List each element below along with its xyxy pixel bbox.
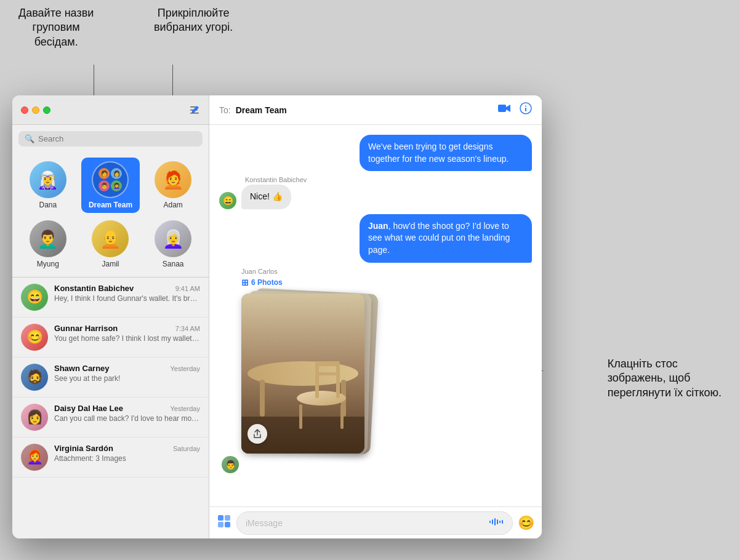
input-bar: iMessage 😊 (209, 506, 542, 538)
svg-rect-22 (225, 522, 230, 527)
svg-rect-21 (218, 522, 223, 527)
svg-rect-28 (502, 520, 503, 524)
pinned-item-adam[interactable]: 🧑‍🦰 Adam (143, 158, 203, 213)
conv-content-gunnar: Gunnar Harrison 7:34 AM You get home saf… (54, 324, 200, 344)
pinned-item-dana[interactable]: 🧝‍♀️ Dana (18, 158, 78, 213)
search-icon: 🔍 (25, 134, 34, 143)
photo-stack[interactable] (241, 291, 377, 463)
pinned-item-myung[interactable]: 👨‍🦱 Myung (18, 217, 78, 272)
waveform-icon (489, 517, 504, 529)
callout-photo-stack: Клацніть стосзображень, щобпереглянути ї… (608, 357, 722, 400)
conv-content-konstantin: Konstantin Babichev 9:41 AM Hey, I think… (54, 284, 200, 304)
chat-header: To: Dream Team (209, 95, 542, 125)
message-avatar-konstantin: 😄 (219, 192, 236, 209)
avatar-gunnar: 😊 (21, 324, 48, 351)
svg-rect-17 (299, 404, 302, 429)
conv-item-gunnar[interactable]: 😊 Gunnar Harrison 7:34 AM You get home s… (12, 318, 209, 358)
svg-rect-18 (340, 404, 344, 429)
pinned-item-dreamteam[interactable]: 🧑 👩 👨 👩‍🦱 Dream Team (81, 158, 140, 213)
conv-item-virginia[interactable]: 👩‍🦰 Virginia Sardón Saturday Attachment:… (12, 438, 209, 478)
chat-area: To: Dream Team (209, 95, 542, 538)
callout-line-2 (172, 65, 173, 98)
conv-preview-virginia: Attachment: 3 Images (54, 454, 200, 464)
conv-time-shawn: Yesterday (170, 365, 200, 372)
svg-rect-19 (218, 515, 223, 521)
pinned-label-myung: Myung (37, 260, 59, 268)
conv-name-konstantin: Konstantin Babichev (54, 284, 134, 293)
conv-header-shawn: Shawn Carney Yesterday (54, 364, 200, 373)
svg-rect-1 (190, 106, 196, 108)
pinned-item-sanaa[interactable]: 👩‍🦳 Sanaa (143, 217, 203, 272)
conv-preview-daisy: Can you call me back? I'd love to hear m… (54, 414, 200, 424)
info-button[interactable] (520, 102, 532, 118)
conversation-list: 😄 Konstantin Babichev 9:41 AM Hey, I thi… (12, 278, 209, 538)
messages-area: We've been trying to get designs togethe… (209, 125, 542, 506)
conv-item-konstantin[interactable]: 😄 Konstantin Babichev 9:41 AM Hey, I thi… (12, 278, 209, 318)
conv-name-daisy: Daisy Dal Hae Lee (54, 404, 123, 413)
bubble-sent-1: We've been trying to get designs togethe… (360, 135, 532, 171)
conv-header-virginia: Virginia Sardón Saturday (54, 444, 200, 453)
titlebar (12, 95, 209, 125)
pinned-item-jamil[interactable]: 🧑‍🦲 Jamil (81, 217, 140, 272)
conv-header-konstantin: Konstantin Babichev 9:41 AM (54, 284, 200, 293)
callout-pin-favorites: Прикріплюйтевибраних угорі. (154, 6, 233, 35)
callout-group-names: Давайте назвигруповимбесідам. (18, 6, 94, 49)
message-input-field[interactable]: iMessage (236, 511, 513, 535)
svg-rect-26 (497, 519, 498, 524)
pinned-label-sanaa: Sanaa (163, 260, 184, 268)
photos-count: ⊞ 6 Photos (241, 278, 377, 287)
input-placeholder: iMessage (246, 518, 283, 528)
conv-item-shawn[interactable]: 🧔 Shawn Carney Yesterday See you at the … (12, 358, 209, 398)
share-button[interactable] (247, 424, 267, 444)
search-bar[interactable]: 🔍 (18, 131, 203, 146)
pinned-label-dana: Dana (39, 201, 57, 209)
svg-rect-6 (525, 108, 526, 111)
chat-to-label: To: (219, 105, 231, 115)
search-input[interactable] (38, 134, 196, 143)
conv-time-konstantin: 9:41 AM (175, 285, 200, 292)
conv-header-daisy: Daisy Dal Hae Lee Yesterday (54, 404, 200, 413)
msg-with-avatar-konstantin: 😄 Nice! 👍 (219, 185, 291, 209)
compose-button[interactable] (189, 105, 200, 116)
message-sent-2: Juan, how'd the shoot go? I'd love to se… (219, 214, 532, 263)
svg-rect-16 (315, 372, 340, 375)
conv-preview-gunnar: You get home safe? I think I lost my wal… (54, 334, 200, 344)
svg-rect-15 (315, 361, 340, 366)
svg-point-5 (525, 106, 526, 107)
avatar-virginia: 👩‍🦰 (21, 444, 48, 471)
conv-content-daisy: Daisy Dal Hae Lee Yesterday Can you call… (54, 404, 200, 424)
conv-header-gunnar: Gunnar Harrison 7:34 AM (54, 324, 200, 333)
bubble-received-konstantin: Nice! 👍 (241, 185, 291, 209)
avatar-adam: 🧑‍🦰 (155, 161, 191, 198)
svg-rect-24 (492, 519, 493, 524)
app-store-button[interactable] (217, 514, 231, 532)
svg-rect-20 (225, 515, 230, 521)
avatar-juan: 👨 (222, 456, 239, 473)
svg-rect-0 (190, 113, 199, 114)
video-call-button[interactable] (497, 103, 511, 116)
pinned-label-adam: Adam (163, 201, 182, 209)
conv-time-gunnar: 7:34 AM (175, 325, 200, 332)
sidebar: 🔍 🧝‍♀️ Dana 🧑 👩 👨 👩‍🦱 (12, 95, 209, 538)
bubble-sent-2: Juan, how'd the shoot go? I'd love to se… (360, 214, 532, 263)
conv-name-virginia: Virginia Sardón (54, 444, 113, 453)
fullscreen-button[interactable] (43, 106, 50, 114)
message-received-konstantin: Konstantin Babichev 😄 Nice! 👍 (219, 176, 532, 209)
avatar-jamil: 🧑‍🦲 (92, 220, 129, 257)
pinned-label-dreamteam: Dream Team (89, 201, 132, 209)
photo-card-front[interactable] (241, 294, 364, 454)
photos-section[interactable]: Juan Carlos ⊞ 6 Photos (219, 268, 377, 463)
emoji-button[interactable]: 😊 (518, 515, 534, 531)
traffic-lights (21, 106, 50, 114)
avatar-sanaa: 👩‍🦳 (155, 220, 191, 257)
conv-content-shawn: Shawn Carney Yesterday See you at the pa… (54, 364, 200, 384)
minimize-button[interactable] (32, 106, 39, 114)
conv-preview-shawn: See you at the park! (54, 374, 200, 384)
close-button[interactable] (21, 106, 28, 114)
svg-rect-10 (260, 380, 265, 417)
pinned-label-jamil: Jamil (102, 260, 119, 268)
message-sent-1: We've been trying to get designs togethe… (219, 135, 532, 171)
conv-item-daisy[interactable]: 👩 Daisy Dal Hae Lee Yesterday Can you ca… (12, 398, 209, 438)
avatar-dana: 🧝‍♀️ (30, 161, 66, 198)
conv-name-shawn: Shawn Carney (54, 364, 110, 373)
